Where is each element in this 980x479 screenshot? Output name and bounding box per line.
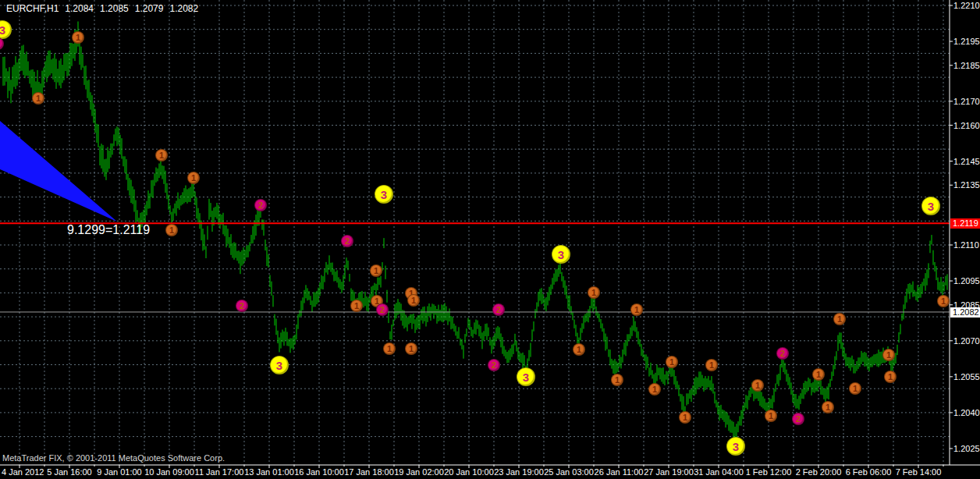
price-chart-plot[interactable] [0,0,980,479]
chart-window: EURCHF,H11.20841.20851.20791.2082 9.1299… [0,0,980,479]
